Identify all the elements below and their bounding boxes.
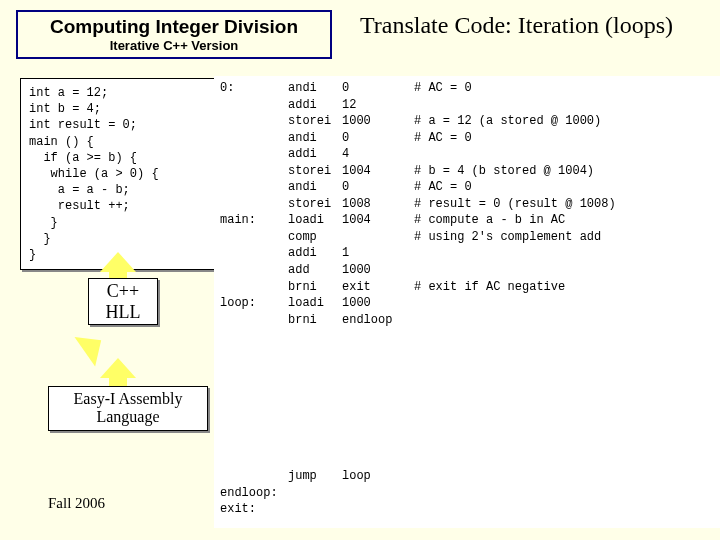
- asm-comment-col: # b = 4 (b stored @ 1004): [414, 163, 594, 180]
- asm-arg-col: 1000: [342, 113, 414, 130]
- asm-row: addi1: [220, 245, 716, 262]
- asm-label-col: main:: [220, 212, 288, 229]
- asm-op-col: loadi: [288, 212, 342, 229]
- asm-arg-col: 1: [342, 245, 414, 262]
- asm-label-col: [220, 97, 288, 114]
- asm-op-col: addi: [288, 146, 342, 163]
- asm-row: addi12: [220, 97, 716, 114]
- asm-row: storei1000# a = 12 (a stored @ 1000): [220, 113, 716, 130]
- cpp-code-box: int a = 12; int b = 4; int result = 0; m…: [20, 78, 216, 270]
- asm-label-col: [220, 196, 288, 213]
- asm-op-col: jump: [288, 468, 342, 485]
- asm-label-col: [220, 179, 288, 196]
- asm-row: jumploop: [220, 468, 716, 485]
- asm-comment-col: # AC = 0: [414, 130, 472, 147]
- asm-row: brniexit# exit if AC negative: [220, 279, 716, 296]
- asm-arg-col: 1008: [342, 196, 414, 213]
- asm-op-col: andi: [288, 179, 342, 196]
- asm-label-col: 0:: [220, 80, 288, 97]
- asm-comment-col: # a = 12 (a stored @ 1000): [414, 113, 601, 130]
- asm-comment-col: # result = 0 (result @ 1008): [414, 196, 616, 213]
- asm-row: storei1004# b = 4 (b stored @ 1004): [220, 163, 716, 180]
- asm-label-col: [220, 130, 288, 147]
- asm-op-col: storei: [288, 196, 342, 213]
- asm-row: add1000: [220, 262, 716, 279]
- asm-row: exit:: [220, 501, 716, 518]
- asm-label-col: loop:: [220, 295, 288, 312]
- asm-row: andi0# AC = 0: [220, 179, 716, 196]
- asm-op-col: addi: [288, 245, 342, 262]
- asm-op-col: addi: [288, 97, 342, 114]
- hll-label-box: C++ HLL: [88, 278, 158, 325]
- asm-arg-col: exit: [342, 279, 414, 296]
- asm-label-col: [220, 163, 288, 180]
- footer-text: Fall 2006: [48, 495, 105, 512]
- asm-op-col: storei: [288, 163, 342, 180]
- asm-arg-col: loop: [342, 468, 414, 485]
- asm-label-col: [220, 468, 288, 485]
- asm-comment-col: # AC = 0: [414, 179, 472, 196]
- asm-label-col: exit:: [220, 501, 288, 518]
- asm-arg-col: 0: [342, 80, 414, 97]
- asm-row: comp# using 2's complement add: [220, 229, 716, 246]
- asm-op-col: andi: [288, 130, 342, 147]
- asm-row: endloop:: [220, 485, 716, 502]
- asm-arg-col: 12: [342, 97, 414, 114]
- title-main: Computing Integer Division: [24, 16, 324, 38]
- asm-label-col: endloop:: [220, 485, 288, 502]
- arrow-up-icon: [100, 358, 136, 378]
- asm-arg-col: 1000: [342, 262, 414, 279]
- asm-row: addi4: [220, 146, 716, 163]
- asm-row: main:loadi1004# compute a - b in AC: [220, 212, 716, 229]
- asm-arg-col: 1004: [342, 212, 414, 229]
- asm-row: 0:andi0# AC = 0: [220, 80, 716, 97]
- title-sub: Iterative C++ Version: [24, 38, 324, 53]
- asm-label-col: [220, 113, 288, 130]
- asm-row: loop:loadi1000: [220, 295, 716, 312]
- asm-comment-col: # compute a - b in AC: [414, 212, 565, 229]
- asm-row: brniendloop: [220, 312, 716, 329]
- asm-label-col: [220, 279, 288, 296]
- asm-label-col: [220, 245, 288, 262]
- asm-label-col: [220, 312, 288, 329]
- asm-comment-col: # using 2's complement add: [414, 229, 601, 246]
- asm-op-col: loadi: [288, 295, 342, 312]
- arrow-up-icon: [100, 252, 136, 272]
- asm-arg-col: 0: [342, 130, 414, 147]
- asm-arg-col: [342, 501, 414, 518]
- asm-arg-col: 4: [342, 146, 414, 163]
- asm-row: andi0# AC = 0: [220, 130, 716, 147]
- assembly-code-block: 0:andi0# AC = 0addi12storei1000# a = 12 …: [214, 76, 720, 528]
- asm-row: storei1008# result = 0 (result @ 1008): [220, 196, 716, 213]
- asm-label-box: Easy-I Assembly Language: [48, 386, 208, 431]
- asm-op-col: add: [288, 262, 342, 279]
- asm-label-col: [220, 146, 288, 163]
- asm-comment-col: # AC = 0: [414, 80, 472, 97]
- asm-arg-col: endloop: [342, 312, 414, 329]
- asm-arg-col: 0: [342, 179, 414, 196]
- slide-title: Translate Code: Iteration (loops): [360, 12, 673, 39]
- title-box: Computing Integer Division Iterative C++…: [16, 10, 332, 59]
- asm-arg-col: [342, 229, 414, 246]
- asm-op-col: brni: [288, 312, 342, 329]
- asm-label-col: [220, 229, 288, 246]
- asm-arg-col: 1004: [342, 163, 414, 180]
- asm-op-col: comp: [288, 229, 342, 246]
- asm-op-col: brni: [288, 279, 342, 296]
- asm-op-col: storei: [288, 113, 342, 130]
- asm-arg-col: 1000: [342, 295, 414, 312]
- asm-op-col: [288, 485, 342, 502]
- asm-label-col: [220, 262, 288, 279]
- asm-comment-col: # exit if AC negative: [414, 279, 565, 296]
- asm-op-col: [288, 501, 342, 518]
- asm-op-col: andi: [288, 80, 342, 97]
- asm-arg-col: [342, 485, 414, 502]
